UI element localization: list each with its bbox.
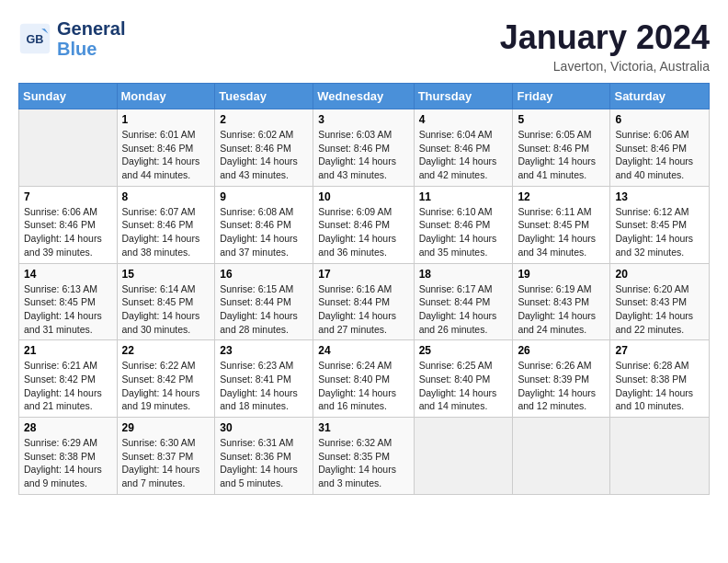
- day-number: 1: [122, 113, 210, 126]
- calendar-header-row: SundayMondayTuesdayWednesdayThursdayFrid…: [19, 84, 710, 109]
- calendar-cell: 15Sunrise: 6:14 AMSunset: 8:45 PMDayligh…: [117, 263, 215, 340]
- calendar-cell: 18Sunrise: 6:17 AMSunset: 8:44 PMDayligh…: [414, 263, 513, 340]
- calendar-cell: 8Sunrise: 6:07 AMSunset: 8:46 PMDaylight…: [117, 186, 215, 263]
- day-number: 23: [220, 344, 308, 357]
- cell-info: Sunrise: 6:01 AMSunset: 8:46 PMDaylight:…: [122, 128, 210, 182]
- calendar-week-row: 1Sunrise: 6:01 AMSunset: 8:46 PMDaylight…: [19, 109, 710, 187]
- cell-info: Sunrise: 6:32 AMSunset: 8:35 PMDaylight:…: [318, 436, 408, 490]
- calendar-cell: [513, 418, 610, 495]
- cell-info: Sunrise: 6:06 AMSunset: 8:46 PMDaylight:…: [24, 205, 112, 259]
- calendar-cell: 22Sunrise: 6:22 AMSunset: 8:42 PMDayligh…: [117, 340, 215, 418]
- calendar-cell: 29Sunrise: 6:30 AMSunset: 8:37 PMDayligh…: [117, 418, 215, 495]
- calendar-cell: 16Sunrise: 6:15 AMSunset: 8:44 PMDayligh…: [215, 263, 313, 340]
- calendar-cell: [414, 418, 513, 495]
- day-number: 25: [419, 344, 508, 357]
- cell-info: Sunrise: 6:08 AMSunset: 8:46 PMDaylight:…: [220, 205, 308, 259]
- calendar-cell: 12Sunrise: 6:11 AMSunset: 8:45 PMDayligh…: [513, 186, 610, 263]
- cell-info: Sunrise: 6:29 AMSunset: 8:38 PMDaylight:…: [24, 436, 112, 490]
- day-number: 21: [24, 344, 112, 357]
- calendar-cell: 19Sunrise: 6:19 AMSunset: 8:43 PMDayligh…: [513, 263, 610, 340]
- calendar-cell: 30Sunrise: 6:31 AMSunset: 8:36 PMDayligh…: [215, 418, 313, 495]
- weekday-header-thursday: Thursday: [414, 84, 513, 109]
- calendar-cell: 14Sunrise: 6:13 AMSunset: 8:45 PMDayligh…: [19, 263, 118, 340]
- day-number: 26: [518, 344, 605, 357]
- calendar-cell: 6Sunrise: 6:06 AMSunset: 8:46 PMDaylight…: [610, 109, 710, 187]
- cell-info: Sunrise: 6:26 AMSunset: 8:39 PMDaylight:…: [518, 359, 605, 413]
- calendar-cell: 21Sunrise: 6:21 AMSunset: 8:42 PMDayligh…: [19, 340, 118, 418]
- cell-info: Sunrise: 6:20 AMSunset: 8:43 PMDaylight:…: [615, 282, 704, 337]
- day-number: 22: [122, 344, 210, 357]
- day-number: 30: [220, 421, 308, 434]
- calendar-cell: 1Sunrise: 6:01 AMSunset: 8:46 PMDaylight…: [117, 109, 215, 187]
- day-number: 13: [615, 190, 704, 203]
- logo-icon: GB: [18, 22, 51, 55]
- day-number: 15: [122, 268, 210, 281]
- calendar-cell: 17Sunrise: 6:16 AMSunset: 8:44 PMDayligh…: [313, 263, 414, 340]
- cell-info: Sunrise: 6:28 AMSunset: 8:38 PMDaylight:…: [615, 359, 704, 413]
- day-number: 9: [220, 190, 308, 203]
- calendar-week-row: 14Sunrise: 6:13 AMSunset: 8:45 PMDayligh…: [19, 263, 710, 340]
- cell-info: Sunrise: 6:02 AMSunset: 8:46 PMDaylight:…: [220, 128, 308, 182]
- calendar-cell: 2Sunrise: 6:02 AMSunset: 8:46 PMDaylight…: [215, 109, 313, 187]
- location: Laverton, Victoria, Australia: [500, 59, 710, 74]
- day-number: 8: [122, 190, 210, 203]
- cell-info: Sunrise: 6:11 AMSunset: 8:45 PMDaylight:…: [518, 205, 605, 259]
- weekday-header-tuesday: Tuesday: [215, 84, 313, 109]
- day-number: 7: [24, 190, 112, 203]
- calendar-cell: [610, 418, 710, 495]
- cell-info: Sunrise: 6:17 AMSunset: 8:44 PMDaylight:…: [419, 282, 508, 337]
- calendar-cell: 11Sunrise: 6:10 AMSunset: 8:46 PMDayligh…: [414, 186, 513, 263]
- day-number: 16: [220, 268, 308, 281]
- cell-info: Sunrise: 6:31 AMSunset: 8:36 PMDaylight:…: [220, 436, 308, 490]
- cell-info: Sunrise: 6:10 AMSunset: 8:46 PMDaylight:…: [419, 205, 508, 259]
- cell-info: Sunrise: 6:03 AMSunset: 8:46 PMDaylight:…: [318, 128, 408, 182]
- calendar-cell: 20Sunrise: 6:20 AMSunset: 8:43 PMDayligh…: [610, 263, 710, 340]
- calendar-cell: 4Sunrise: 6:04 AMSunset: 8:46 PMDaylight…: [414, 109, 513, 187]
- weekday-header-wednesday: Wednesday: [313, 84, 414, 109]
- logo-line1: General: [57, 18, 125, 39]
- day-number: 31: [318, 421, 408, 434]
- weekday-header-sunday: Sunday: [19, 84, 118, 109]
- day-number: 6: [615, 113, 704, 126]
- calendar-cell: 10Sunrise: 6:09 AMSunset: 8:46 PMDayligh…: [313, 186, 414, 263]
- day-number: 14: [24, 268, 112, 281]
- cell-info: Sunrise: 6:30 AMSunset: 8:37 PMDaylight:…: [122, 436, 210, 490]
- cell-info: Sunrise: 6:09 AMSunset: 8:46 PMDaylight:…: [318, 205, 408, 259]
- calendar-week-row: 28Sunrise: 6:29 AMSunset: 8:38 PMDayligh…: [19, 418, 710, 495]
- month-title: January 2024: [500, 18, 710, 57]
- calendar-cell: 9Sunrise: 6:08 AMSunset: 8:46 PMDaylight…: [215, 186, 313, 263]
- logo: GB General Blue: [18, 18, 125, 59]
- cell-info: Sunrise: 6:15 AMSunset: 8:44 PMDaylight:…: [220, 282, 308, 337]
- cell-info: Sunrise: 6:05 AMSunset: 8:46 PMDaylight:…: [518, 128, 605, 182]
- cell-info: Sunrise: 6:24 AMSunset: 8:40 PMDaylight:…: [318, 359, 408, 413]
- day-number: 10: [318, 190, 408, 203]
- calendar-week-row: 7Sunrise: 6:06 AMSunset: 8:46 PMDaylight…: [19, 186, 710, 263]
- cell-info: Sunrise: 6:04 AMSunset: 8:46 PMDaylight:…: [419, 128, 508, 182]
- cell-info: Sunrise: 6:21 AMSunset: 8:42 PMDaylight:…: [24, 359, 112, 413]
- cell-info: Sunrise: 6:07 AMSunset: 8:46 PMDaylight:…: [122, 205, 210, 259]
- calendar-cell: [19, 109, 118, 187]
- cell-info: Sunrise: 6:06 AMSunset: 8:46 PMDaylight:…: [615, 128, 704, 182]
- day-number: 11: [419, 190, 508, 203]
- calendar-cell: 7Sunrise: 6:06 AMSunset: 8:46 PMDaylight…: [19, 186, 118, 263]
- weekday-header-friday: Friday: [513, 84, 610, 109]
- page-header: GB General Blue January 2024 Laverton, V…: [18, 18, 710, 74]
- calendar-cell: 23Sunrise: 6:23 AMSunset: 8:41 PMDayligh…: [215, 340, 313, 418]
- day-number: 4: [419, 113, 508, 126]
- day-number: 27: [615, 344, 704, 357]
- svg-text:GB: GB: [27, 33, 44, 46]
- calendar-cell: 26Sunrise: 6:26 AMSunset: 8:39 PMDayligh…: [513, 340, 610, 418]
- calendar-week-row: 21Sunrise: 6:21 AMSunset: 8:42 PMDayligh…: [19, 340, 710, 418]
- cell-info: Sunrise: 6:13 AMSunset: 8:45 PMDaylight:…: [24, 282, 112, 337]
- calendar-cell: 31Sunrise: 6:32 AMSunset: 8:35 PMDayligh…: [313, 418, 414, 495]
- day-number: 28: [24, 421, 112, 434]
- cell-info: Sunrise: 6:25 AMSunset: 8:40 PMDaylight:…: [419, 359, 508, 413]
- calendar-cell: 28Sunrise: 6:29 AMSunset: 8:38 PMDayligh…: [19, 418, 118, 495]
- cell-info: Sunrise: 6:23 AMSunset: 8:41 PMDaylight:…: [220, 359, 308, 413]
- day-number: 24: [318, 344, 408, 357]
- calendar-cell: 25Sunrise: 6:25 AMSunset: 8:40 PMDayligh…: [414, 340, 513, 418]
- day-number: 29: [122, 421, 210, 434]
- day-number: 5: [518, 113, 605, 126]
- cell-info: Sunrise: 6:14 AMSunset: 8:45 PMDaylight:…: [122, 282, 210, 337]
- title-block: January 2024 Laverton, Victoria, Austral…: [500, 18, 710, 74]
